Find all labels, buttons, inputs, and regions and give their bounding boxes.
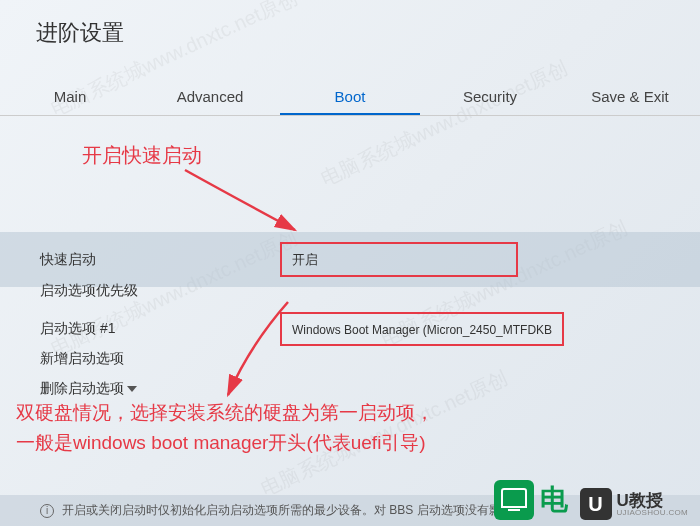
fast-boot-label: 快速启动 — [40, 251, 280, 269]
info-icon: i — [40, 504, 54, 518]
boot-priority-label: 启动选项优先级 — [40, 282, 280, 300]
annotation-fast-boot: 开启快速启动 — [82, 142, 202, 169]
tab-advanced[interactable]: Advanced — [140, 78, 280, 115]
tabs-bar: Main Advanced Boot Security Save & Exit — [0, 78, 700, 116]
chevron-down-icon — [127, 386, 137, 392]
delete-boot-label: 删除启动选项 — [40, 380, 280, 398]
add-boot-label: 新增启动选项 — [40, 350, 280, 368]
logo-dian: 电 — [494, 480, 568, 520]
boot-option1-label: 启动选项 #1 — [40, 320, 280, 338]
logo-u-main: U教授 — [617, 492, 688, 509]
fast-boot-value: 开启 — [292, 252, 318, 267]
tab-save-exit[interactable]: Save & Exit — [560, 78, 700, 115]
annotation-dual-disk: 双硬盘情况，选择安装系统的硬盘为第一启动项， 一般是windows boot m… — [16, 398, 434, 459]
monitor-icon — [494, 480, 534, 520]
watermark: 电脑系统城www.dnxtc.net原创 — [317, 54, 572, 192]
tab-security[interactable]: Security — [420, 78, 560, 115]
page-title: 进阶设置 — [36, 18, 124, 48]
logo-u-sub: UJIAOSHOU.COM — [617, 509, 688, 517]
u-icon: U — [580, 488, 612, 520]
boot-option1-value: Windows Boot Manager (Micron_2450_MTFDKB — [292, 323, 552, 337]
logo-d-text: 电 — [540, 481, 568, 519]
hint-text: 开启或关闭启动时仅初始化启动启动选项所需的最少设备。对 BBS 启动选项没有影响… — [62, 502, 525, 519]
tab-boot[interactable]: Boot — [280, 78, 420, 115]
logo-ujiaoshou: U U教授 UJIAOSHOU.COM — [580, 488, 688, 520]
tab-main[interactable]: Main — [0, 78, 140, 115]
